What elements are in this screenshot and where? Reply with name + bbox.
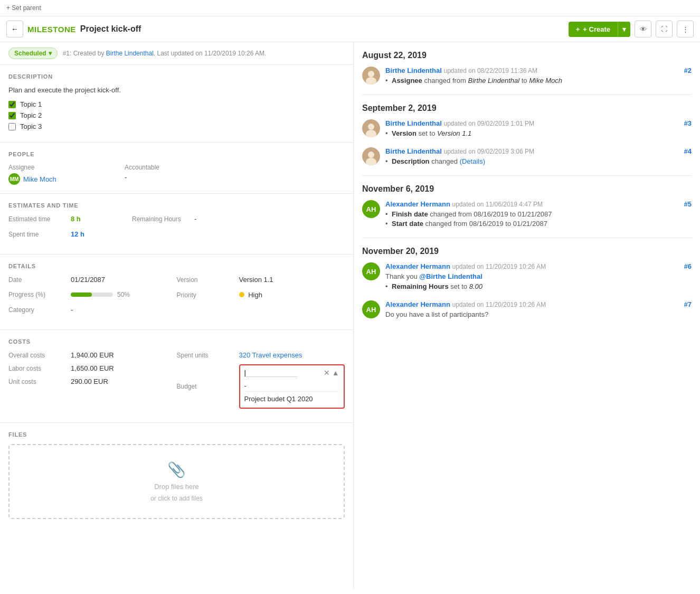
details-link[interactable]: (Details) xyxy=(460,157,485,165)
activity-name-7[interactable]: Alexander Hermann xyxy=(385,300,450,308)
labor-costs-value: 1,650.00 EUR xyxy=(71,364,114,372)
estimates-section: ESTIMATES AND TIME Estimated time 8 h Sp… xyxy=(0,194,353,254)
topic2-checkbox[interactable] xyxy=(8,112,16,119)
activity-text-6: Thank you @Birthe Lindenthal xyxy=(385,272,692,280)
budget-controls: ✕ ▲ xyxy=(324,369,339,377)
more-button[interactable]: ⋮ xyxy=(677,21,694,37)
activity-content-5: Alexander Hermann updated on 11/06/2019 … xyxy=(385,200,692,229)
progress-pct: 50% xyxy=(117,291,130,298)
activity-avatar-ah-7: AH xyxy=(362,300,380,318)
bullet-assignee-change: Assignee changed from Birthe Lindenthal … xyxy=(385,77,692,84)
activity-time-6: updated on 11/20/2019 10:26 AM xyxy=(452,263,546,270)
overall-costs-value: 1,940.00 EUR xyxy=(71,351,114,359)
budget-input[interactable] xyxy=(244,369,297,377)
priority-row: Priority High xyxy=(177,291,345,299)
watch-button[interactable]: 👁 xyxy=(635,21,651,37)
budget-option-dash[interactable]: - xyxy=(244,380,339,391)
right-panel: August 22, 2019 Birthe Lindenthal update… xyxy=(354,42,700,589)
person-avatar-svg xyxy=(362,67,380,84)
activity-name-3[interactable]: Birthe Lindenthal xyxy=(385,119,442,127)
activity-item-3: Birthe Lindenthal updated on 09/02/2019 … xyxy=(362,119,692,139)
header-left: ← MILESTONE Project kick-off xyxy=(6,21,141,37)
bullet-version-set: Version set to Version 1.1 xyxy=(385,129,692,137)
spent-time-value: 12 h xyxy=(71,230,84,238)
create-button[interactable]: + + Create xyxy=(569,22,618,37)
activity-time-4: updated on 09/02/2019 3:06 PM xyxy=(444,148,534,155)
budget-dropdown[interactable]: ✕ ▲ - Project budet Q1 2020 xyxy=(239,364,345,409)
topic3-checkbox[interactable] xyxy=(8,123,16,130)
category-value: - xyxy=(71,306,73,314)
accountable-value: - xyxy=(125,173,183,181)
activity-bullets-5: Finish date changed from 08/16/2019 to 0… xyxy=(385,210,692,228)
eye-icon: 👁 xyxy=(640,25,647,33)
activity-time-3: updated on 09/02/2019 1:01 PM xyxy=(444,120,534,127)
expand-icon: ⛶ xyxy=(661,25,667,33)
budget-row: Budget ✕ ▲ - Project bu xyxy=(177,364,345,409)
activity-number-3[interactable]: #3 xyxy=(684,119,692,127)
category-row: Category - xyxy=(8,306,177,314)
estimates-title: ESTIMATES AND TIME xyxy=(8,202,345,209)
set-parent-button[interactable]: + Set parent xyxy=(6,4,41,12)
fullscreen-button[interactable]: ⛶ xyxy=(656,21,673,37)
create-dropdown-arrow[interactable]: ▾ xyxy=(618,22,630,37)
status-arrow-icon: ▾ xyxy=(49,50,52,57)
author-link[interactable]: Birthe Lindenthal. xyxy=(106,50,155,57)
file-drop-zone[interactable]: 📎 Drop files here or click to add files xyxy=(8,444,345,519)
activity-avatar-birthe xyxy=(362,67,380,84)
activity-content-6: Alexander Hermann updated on 11/20/2019 … xyxy=(385,262,692,292)
assignee-avatar: MM xyxy=(8,173,20,185)
checklist-item: Topic 1 xyxy=(8,100,345,108)
mention-birthe[interactable]: @Birthe Lindenthal xyxy=(419,272,483,280)
topic1-checkbox[interactable] xyxy=(8,101,16,108)
clear-icon[interactable]: ✕ xyxy=(324,369,330,377)
activity-avatar-ah-6: AH xyxy=(362,262,380,280)
details-left: Date 01/21/2087 Progress (%) 50% xyxy=(8,276,177,321)
activity-number-2[interactable]: #2 xyxy=(684,67,692,74)
activity-item-5: AH Alexander Hermann updated on 11/06/20… xyxy=(362,200,692,229)
activity-bullets-6b: Remaining Hours set to 8.00 xyxy=(385,282,692,290)
costs-section: COSTS Overall costs 1,940.00 EUR Labor c… xyxy=(0,330,353,423)
priority-value: High xyxy=(239,291,262,299)
costs-fields: Overall costs 1,940.00 EUR Labor costs 1… xyxy=(8,351,345,414)
activity-bullets-4: Description changed (Details) xyxy=(385,157,692,165)
spent-units-value[interactable]: 320 Travel expenses xyxy=(239,351,302,359)
budget-option-q1[interactable]: Project budet Q1 2020 xyxy=(244,391,339,404)
activity-number-4[interactable]: #4 xyxy=(684,147,692,155)
status-bar: Scheduled ▾ #1: Created by Birthe Linden… xyxy=(0,42,353,65)
status-badge[interactable]: Scheduled ▾ xyxy=(8,48,58,59)
activity-bullets-2: Assignee changed from Birthe Lindenthal … xyxy=(385,77,692,84)
plus-icon: + xyxy=(576,25,580,33)
remaining-hours-row: Remaining Hours - xyxy=(132,215,196,223)
remaining-hours-value: - xyxy=(194,215,196,223)
activity-number-5[interactable]: #5 xyxy=(684,200,692,208)
topic3-label: Topic 3 xyxy=(20,122,42,130)
description-title: DESCRIPTION xyxy=(8,73,345,80)
details-fields: Date 01/21/2087 Progress (%) 50% xyxy=(8,276,345,321)
back-button[interactable]: ← xyxy=(6,21,23,37)
date-header-sep2: September 2, 2019 xyxy=(362,103,692,113)
activity-name-5[interactable]: Alexander Hermann xyxy=(385,200,450,208)
description-section: DESCRIPTION Plan and execute the project… xyxy=(0,65,353,143)
activity-header-5: Alexander Hermann updated on 11/06/2019 … xyxy=(385,200,692,208)
header-right: + + Create ▾ 👁 ⛶ ⋮ xyxy=(569,21,694,37)
activity-number-7[interactable]: #7 xyxy=(684,300,692,308)
costs-right: Spent units 320 Travel expenses Budget ✕… xyxy=(177,351,345,414)
people-title: PEOPLE xyxy=(8,151,345,157)
activity-name-2[interactable]: Birthe Lindenthal xyxy=(385,67,442,74)
files-section: FILES 📎 Drop files here or click to add … xyxy=(0,423,353,527)
activity-name-4[interactable]: Birthe Lindenthal xyxy=(385,147,442,155)
activity-avatar-birthe-3 xyxy=(362,147,380,165)
estimated-time-value: 8 h xyxy=(71,215,81,223)
progress-bar-fill xyxy=(71,293,92,297)
date-header-nov20: November 20, 2019 xyxy=(362,247,692,256)
assignee-value: MM Mike Moch xyxy=(8,173,67,185)
date-header-aug22: August 22, 2019 xyxy=(362,51,692,60)
expand-budget-icon[interactable]: ▲ xyxy=(332,369,339,377)
activity-item-2: Birthe Lindenthal updated on 08/22/2019 … xyxy=(362,67,692,86)
activity-name-6[interactable]: Alexander Hermann xyxy=(385,262,450,270)
budget-dropdown-inner: ✕ ▲ xyxy=(244,369,339,377)
divider-nov6 xyxy=(362,175,692,176)
progress-container: 50% xyxy=(71,291,130,298)
activity-content-2: Birthe Lindenthal updated on 08/22/2019 … xyxy=(385,67,692,86)
activity-number-6[interactable]: #6 xyxy=(684,262,692,270)
